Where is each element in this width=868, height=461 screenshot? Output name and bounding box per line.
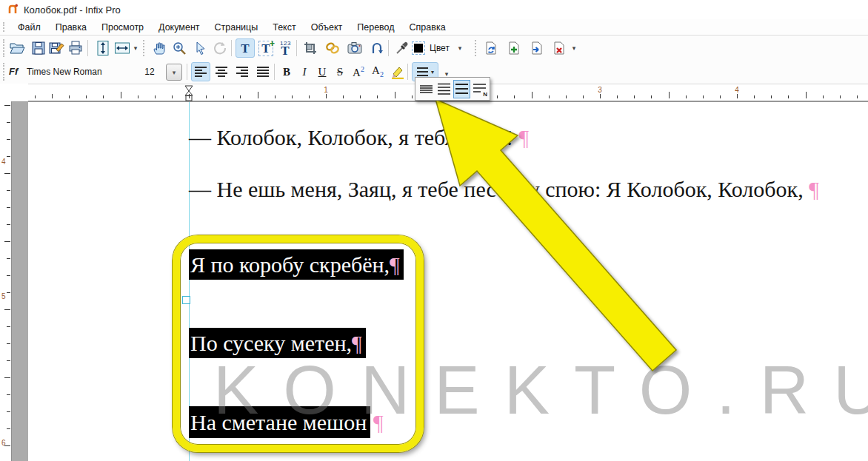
font-name-label[interactable]: Times New Roman <box>27 67 138 77</box>
pilcrow-mark <box>513 125 519 149</box>
justify-button[interactable] <box>253 62 273 81</box>
replace-pages-button[interactable] <box>481 38 501 58</box>
underline-button[interactable]: U <box>314 62 330 81</box>
ruler-tick <box>7 190 10 191</box>
ruler-tick <box>7 275 10 276</box>
eyedropper-button[interactable] <box>393 38 412 58</box>
ruler-tick <box>806 92 807 98</box>
ruler-tick <box>155 95 156 98</box>
hand-tool-button[interactable] <box>150 38 169 58</box>
ruler-number: 1 <box>324 86 328 94</box>
menu-text[interactable]: Текст <box>265 22 303 33</box>
font-size-combo[interactable]: ▾ <box>166 64 182 81</box>
ruler-tick <box>4 173 10 174</box>
menu-pages[interactable]: Страницы <box>207 22 266 33</box>
select-tool-button[interactable] <box>190 38 210 58</box>
ruler-tick <box>651 95 652 98</box>
spacing-option-custom[interactable]: N <box>471 80 488 98</box>
hand-icon <box>152 41 167 55</box>
color-button-label[interactable]: Цвет <box>430 43 450 53</box>
fit-height-icon <box>96 40 110 56</box>
link-button[interactable] <box>323 38 342 58</box>
insert-page-button[interactable] <box>504 38 524 58</box>
ruler-tick <box>4 241 10 242</box>
color-chevron[interactable]: ▾ <box>456 44 464 52</box>
save-button[interactable] <box>29 38 48 58</box>
menu-file[interactable]: Файл <box>10 22 48 33</box>
bold-button[interactable]: B <box>278 62 295 81</box>
ruler-tick <box>617 95 618 98</box>
fit-page-width-button[interactable] <box>113 38 132 58</box>
save-as-button[interactable] <box>47 38 66 58</box>
export-page-button[interactable] <box>527 38 547 58</box>
ruler-tick <box>497 95 498 98</box>
ruler-tick <box>189 94 190 98</box>
add-text-button[interactable]: T + <box>256 38 276 58</box>
page-refresh-icon <box>484 41 498 55</box>
snapshot-button[interactable] <box>345 38 364 58</box>
rotate-tool-button[interactable] <box>210 38 230 58</box>
ruler-number: 4 <box>735 86 739 94</box>
ruler-tick <box>566 95 567 98</box>
open-file-button[interactable] <box>7 38 27 58</box>
subscript-button[interactable]: A2 <box>369 62 387 81</box>
paragraph-1-text: — Колобок, Колобок, я тебя съем! <box>189 125 513 149</box>
pilcrow-mark: ¶ <box>809 177 819 201</box>
print-button[interactable] <box>66 38 85 58</box>
font-size-value[interactable]: 12 <box>139 67 160 77</box>
page-plus-icon <box>507 41 521 55</box>
menu-object[interactable]: Объект <box>304 22 350 33</box>
toolbar2-grip[interactable] <box>3 63 4 81</box>
ruler-tick <box>7 258 10 259</box>
ruler-tick <box>857 95 858 98</box>
align-center-button[interactable] <box>212 62 231 81</box>
menu-translate[interactable]: Перевод <box>350 22 401 33</box>
menu-edit[interactable]: Правка <box>48 22 94 33</box>
floppy-pencil-icon <box>48 40 64 56</box>
ruler-tick <box>258 92 258 98</box>
menu-view[interactable]: Просмотр <box>94 22 151 33</box>
ruler-tick <box>720 95 721 98</box>
menu-help[interactable]: Справка <box>402 22 453 33</box>
crop-button[interactable] <box>301 38 320 58</box>
autonumber-text-button[interactable]: 123 T <box>276 38 295 58</box>
highlight-button[interactable] <box>388 62 407 81</box>
infix-app-icon <box>7 3 19 16</box>
paragraph-line-1[interactable]: — Колобок, Колобок, я тебя съем! ¶ <box>189 123 529 152</box>
text-tool-button[interactable]: T <box>236 38 255 58</box>
fit-options-chevron[interactable]: ▾ <box>132 44 139 52</box>
paragraph-line-2[interactable]: — Не ешь меня, Заяц, я тебе песенку спою… <box>189 175 819 204</box>
spacing-wide-icon <box>455 82 469 95</box>
menu-document[interactable]: Документ <box>151 22 207 33</box>
ruler-tick <box>7 411 10 412</box>
spacing-option-tight[interactable] <box>418 80 435 98</box>
font-family-icon: Ff <box>9 66 18 77</box>
line-spacing-flyout: N <box>415 77 490 101</box>
spacing-custom-n: N <box>483 92 487 98</box>
align-right-button[interactable] <box>233 62 252 81</box>
line-spacing-icon <box>416 67 429 77</box>
indent-marker[interactable] <box>184 85 194 101</box>
separator <box>187 64 187 80</box>
eyedropper-icon <box>395 41 410 55</box>
delete-page-button[interactable] <box>550 38 569 58</box>
reflow-button[interactable] <box>367 38 387 58</box>
ruler-tick <box>395 92 395 98</box>
fit-page-height-button[interactable] <box>93 38 113 58</box>
spacing-option-single[interactable] <box>435 80 453 98</box>
ruler-number: 4 <box>1 158 6 166</box>
pages-options-chevron[interactable]: ▾ <box>570 44 578 52</box>
align-left-button[interactable] <box>191 62 210 81</box>
color-swatch[interactable] <box>413 38 424 58</box>
ruler-tick <box>532 92 533 98</box>
spacing-option-wide[interactable] <box>453 80 470 98</box>
italic-button[interactable]: I <box>296 62 313 81</box>
zoom-tool-button[interactable] <box>170 38 189 58</box>
strikethrough-button[interactable]: S <box>332 62 348 81</box>
text-tool-icon: T <box>241 42 249 55</box>
superscript-button[interactable]: A2 <box>350 62 367 81</box>
toolbar1-grip[interactable] <box>3 39 4 57</box>
ruler-tick <box>7 394 10 395</box>
plus-badge-icon: + <box>270 39 275 48</box>
menubar-grip[interactable] <box>3 22 4 32</box>
